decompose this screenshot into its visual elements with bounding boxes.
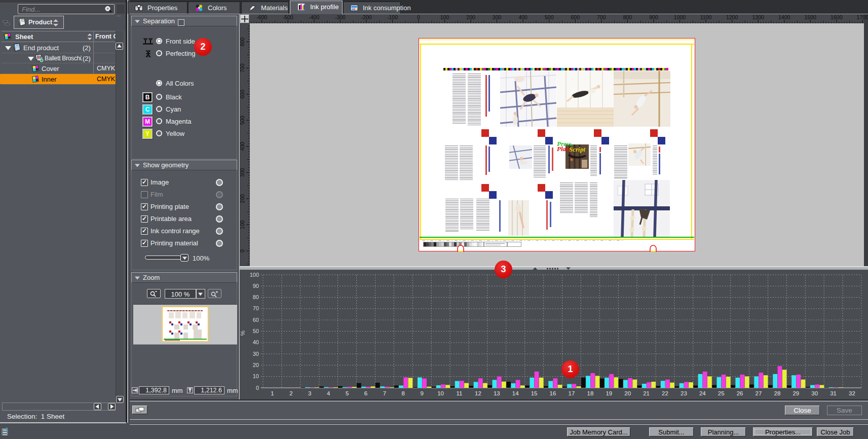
svg-text:800: 800: [623, 14, 632, 20]
svg-text:80: 80: [253, 294, 259, 300]
svg-text:19: 19: [606, 390, 612, 396]
svg-text:200: 200: [240, 194, 245, 203]
svg-text:100: 100: [250, 272, 259, 278]
svg-text:90: 90: [253, 283, 259, 289]
svg-text:400: 400: [240, 142, 245, 151]
svg-text:30: 30: [811, 390, 818, 396]
svg-text:24: 24: [699, 390, 706, 396]
svg-text:700: 700: [240, 63, 245, 72]
svg-text:27: 27: [756, 390, 762, 396]
svg-text:2: 2: [289, 390, 292, 396]
svg-text:1000: 1000: [674, 14, 686, 20]
svg-text:1600: 1600: [831, 14, 843, 20]
svg-text:300: 300: [493, 14, 502, 20]
svg-text:29: 29: [792, 390, 799, 396]
svg-text:15: 15: [531, 390, 538, 396]
svg-text:20: 20: [624, 390, 631, 396]
svg-text:10: 10: [437, 390, 444, 396]
svg-text:1200: 1200: [726, 14, 738, 20]
svg-text:300: 300: [240, 168, 245, 177]
svg-text:9: 9: [420, 390, 423, 396]
svg-text:600: 600: [240, 90, 245, 99]
svg-text:900: 900: [649, 14, 658, 20]
svg-text:500: 500: [240, 116, 245, 125]
svg-text:14: 14: [512, 390, 519, 396]
svg-text:-400: -400: [309, 14, 319, 20]
svg-text:17: 17: [569, 390, 575, 396]
svg-text:800: 800: [240, 38, 245, 47]
svg-text:5: 5: [346, 390, 349, 396]
svg-text:1500: 1500: [805, 14, 817, 20]
svg-text:6: 6: [364, 390, 367, 396]
svg-text:20: 20: [253, 362, 259, 368]
svg-text:1: 1: [271, 390, 274, 396]
svg-text:11: 11: [457, 390, 463, 396]
svg-text:8: 8: [402, 390, 405, 396]
svg-text:70: 70: [253, 305, 259, 311]
svg-text:23: 23: [681, 390, 687, 396]
svg-text:-200: -200: [361, 14, 371, 20]
svg-text:0: 0: [417, 14, 420, 20]
svg-text:4: 4: [327, 390, 330, 396]
svg-text:100: 100: [240, 220, 245, 229]
svg-text:21: 21: [643, 390, 650, 396]
svg-text:7: 7: [383, 390, 386, 396]
svg-text:700: 700: [597, 14, 606, 20]
svg-text:1300: 1300: [752, 14, 765, 20]
svg-text:50: 50: [253, 328, 259, 334]
svg-text:10: 10: [253, 373, 259, 379]
svg-text:16: 16: [550, 390, 556, 396]
svg-text:1100: 1100: [700, 14, 712, 20]
svg-text:400: 400: [518, 14, 527, 20]
svg-text:-300: -300: [335, 14, 346, 20]
svg-text:26: 26: [737, 390, 743, 396]
svg-text:1700: 1700: [857, 14, 868, 20]
svg-text:28: 28: [774, 390, 781, 396]
svg-text:22: 22: [662, 390, 668, 396]
svg-text:%: %: [240, 331, 246, 336]
svg-text:-500: -500: [283, 14, 293, 20]
svg-text:-600: -600: [256, 14, 267, 20]
svg-text:30: 30: [253, 351, 259, 357]
svg-text:0: 0: [256, 385, 259, 391]
svg-text:25: 25: [718, 390, 725, 396]
svg-text:12: 12: [475, 390, 481, 396]
svg-text:-100: -100: [387, 14, 398, 20]
svg-text:31: 31: [830, 390, 837, 396]
svg-text:32: 32: [849, 390, 855, 396]
svg-text:3: 3: [308, 390, 311, 396]
svg-text:1400: 1400: [778, 14, 790, 20]
svg-text:200: 200: [466, 14, 475, 20]
svg-text:18: 18: [587, 390, 594, 396]
svg-text:60: 60: [253, 317, 259, 323]
svg-text:0: 0: [240, 249, 245, 252]
svg-text:40: 40: [253, 339, 259, 345]
svg-text:13: 13: [494, 390, 500, 396]
svg-text:600: 600: [571, 14, 580, 20]
svg-text:100: 100: [440, 14, 449, 20]
svg-text:500: 500: [545, 14, 554, 20]
